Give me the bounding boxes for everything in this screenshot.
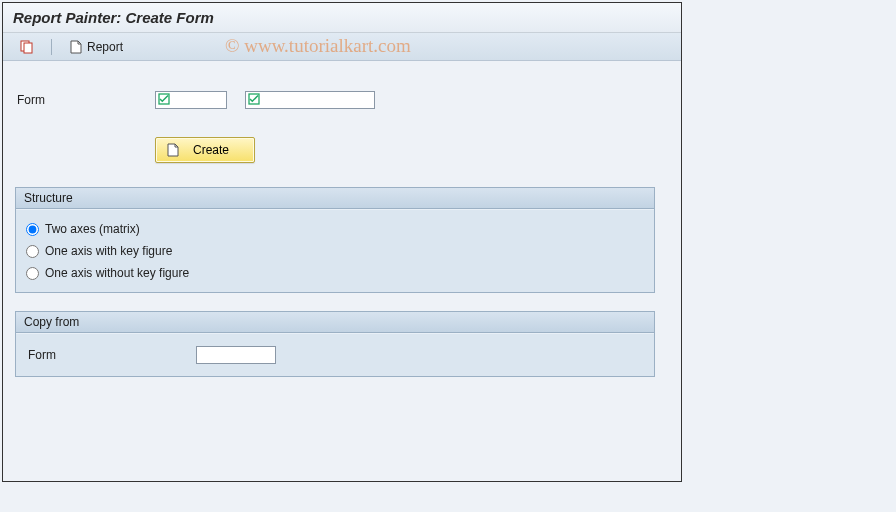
form-label: Form	[15, 93, 155, 107]
form-description-input[interactable]	[245, 91, 375, 109]
report-button-label: Report	[87, 40, 123, 54]
radio-label: One axis without key figure	[45, 266, 189, 280]
toolbar-separator	[51, 39, 52, 55]
document-icon	[69, 40, 83, 54]
copy-icon	[20, 40, 34, 54]
create-button-row: Create	[155, 137, 669, 163]
copy-button[interactable]	[13, 37, 41, 57]
content-area: Form	[3, 61, 681, 407]
radio-label: One axis with key figure	[45, 244, 172, 258]
svg-rect-1	[24, 43, 32, 53]
application-toolbar: Report	[3, 33, 681, 61]
radio-one-axis-with-key[interactable]	[26, 245, 39, 258]
structure-option-with-key[interactable]: One axis with key figure	[26, 240, 644, 262]
structure-title: Structure	[16, 188, 654, 209]
required-icon	[158, 93, 170, 105]
form-field-row: Form	[15, 91, 669, 109]
report-button[interactable]: Report	[62, 37, 130, 57]
structure-option-matrix[interactable]: Two axes (matrix)	[26, 218, 644, 240]
create-button[interactable]: Create	[155, 137, 255, 163]
radio-one-axis-without-key[interactable]	[26, 267, 39, 280]
required-icon	[248, 93, 260, 105]
structure-body: Two axes (matrix) One axis with key figu…	[16, 209, 654, 292]
create-button-label: Create	[190, 143, 232, 157]
structure-groupbox: Structure Two axes (matrix) One axis wit…	[15, 187, 655, 293]
page-title: Report Painter: Create Form	[3, 3, 681, 33]
copyfrom-groupbox: Copy from Form	[15, 311, 655, 377]
copyfrom-body: Form	[16, 333, 654, 376]
copyfrom-input[interactable]	[196, 346, 276, 364]
form-desc-wrapper	[245, 91, 375, 109]
copyfrom-title: Copy from	[16, 312, 654, 333]
radio-two-axes[interactable]	[26, 223, 39, 236]
app-window: Report Painter: Create Form Report © www…	[2, 2, 682, 482]
radio-label: Two axes (matrix)	[45, 222, 140, 236]
new-document-icon	[166, 143, 180, 157]
structure-option-without-key[interactable]: One axis without key figure	[26, 262, 644, 284]
copyfrom-row: Form	[26, 342, 644, 368]
copyfrom-label: Form	[26, 348, 186, 362]
form-code-wrapper	[155, 91, 227, 109]
